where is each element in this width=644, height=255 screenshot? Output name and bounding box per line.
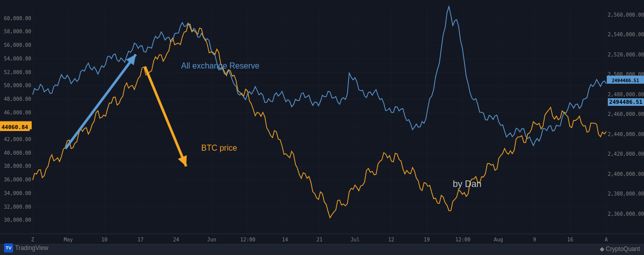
btc-current-price: 44060.84 xyxy=(0,123,30,131)
cryptoquant-logo: ◆ CryptoQuant xyxy=(600,245,640,252)
tradingview-logo: TV TradingView xyxy=(4,243,48,252)
tv-icon: TV xyxy=(4,243,13,252)
bottom-bar: TV TradingView ◆ CryptoQuant xyxy=(0,244,644,255)
chart-container: All exchange Reserve BTC price by Dan 44… xyxy=(0,0,644,255)
reserve-current-price: 2494486.51 xyxy=(608,98,644,106)
tradingview-text: TradingView xyxy=(15,244,48,251)
